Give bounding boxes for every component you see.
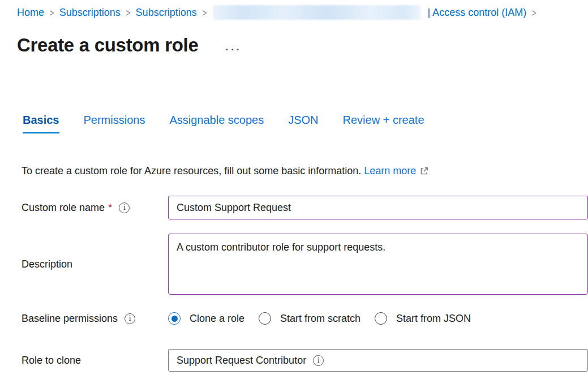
description-textarea[interactable]: A custom contributor role for support re… bbox=[168, 234, 588, 295]
tab-json[interactable]: JSON bbox=[288, 114, 318, 133]
custom-role-name-input[interactable] bbox=[168, 196, 588, 219]
role-to-clone-row: Role to clone Support Request Contributo… bbox=[22, 349, 588, 372]
radio-clone-a-role-label: Clone a role bbox=[190, 313, 244, 325]
role-to-clone-field[interactable]: Support Request Contributor i bbox=[168, 349, 588, 372]
breadcrumb-subscriptions-2[interactable]: Subscriptions bbox=[136, 7, 197, 19]
external-link-icon bbox=[419, 166, 429, 176]
role-to-clone-label: Role to clone bbox=[22, 355, 81, 367]
custom-role-name-label: Custom role name bbox=[22, 202, 105, 214]
title-row: Create a custom role ··· bbox=[17, 33, 588, 57]
page-title: Create a custom role bbox=[17, 33, 198, 57]
radio-start-from-scratch[interactable]: Start from scratch bbox=[259, 312, 360, 325]
info-icon[interactable]: i bbox=[125, 313, 135, 324]
radio-button-icon bbox=[259, 312, 271, 325]
role-to-clone-value: Support Request Contributor bbox=[177, 355, 306, 367]
redacted-subscription-name bbox=[213, 5, 421, 20]
role-to-clone-label-group: Role to clone bbox=[22, 355, 168, 367]
info-icon[interactable]: i bbox=[313, 355, 324, 366]
intro-paragraph: To create a custom role for Azure resour… bbox=[22, 165, 588, 177]
learn-more-link[interactable]: Learn more bbox=[364, 165, 416, 177]
chevron-right-icon: > bbox=[49, 7, 54, 19]
create-custom-role-page: Home > Subscriptions > Subscriptions > |… bbox=[0, 0, 588, 388]
radio-button-icon bbox=[375, 312, 387, 325]
baseline-permissions-row: Baseline permissions i Clone a role Star… bbox=[22, 312, 588, 325]
chevron-right-icon: > bbox=[532, 7, 537, 19]
radio-start-from-json[interactable]: Start from JSON bbox=[375, 312, 471, 325]
baseline-permissions-label: Baseline permissions bbox=[22, 313, 118, 325]
custom-role-name-label-group: Custom role name * i bbox=[22, 201, 168, 214]
baseline-permissions-label-group: Baseline permissions i bbox=[22, 313, 168, 325]
radio-button-icon bbox=[168, 312, 181, 325]
baseline-permissions-radio-group: Clone a role Start from scratch Start fr… bbox=[168, 312, 471, 325]
tab-basics[interactable]: Basics bbox=[23, 114, 59, 133]
breadcrumb: Home > Subscriptions > Subscriptions > |… bbox=[17, 5, 588, 20]
breadcrumb-subscriptions-1[interactable]: Subscriptions bbox=[59, 7, 121, 19]
radio-clone-a-role[interactable]: Clone a role bbox=[168, 312, 244, 325]
tab-bar: Basics Permissions Assignable scopes JSO… bbox=[23, 114, 588, 133]
description-label-group: Description bbox=[22, 258, 168, 270]
chevron-right-icon: > bbox=[202, 7, 207, 19]
tab-permissions[interactable]: Permissions bbox=[84, 114, 145, 133]
breadcrumb-home[interactable]: Home bbox=[17, 7, 44, 19]
required-asterisk: * bbox=[108, 201, 112, 214]
breadcrumb-access-control-iam[interactable]: | Access control (IAM) bbox=[427, 7, 526, 19]
tab-assignable-scopes[interactable]: Assignable scopes bbox=[169, 114, 264, 133]
chevron-right-icon: > bbox=[126, 7, 130, 19]
more-options-button[interactable]: ··· bbox=[224, 47, 243, 57]
radio-start-from-json-label: Start from JSON bbox=[396, 313, 471, 325]
tab-review-create[interactable]: Review + create bbox=[343, 114, 424, 133]
description-row: Description A custom contributor role fo… bbox=[22, 234, 588, 295]
intro-text: To create a custom role for Azure resour… bbox=[22, 165, 361, 177]
custom-role-name-row: Custom role name * i bbox=[22, 196, 588, 219]
description-label: Description bbox=[22, 258, 72, 270]
radio-start-from-scratch-label: Start from scratch bbox=[280, 313, 360, 325]
info-icon[interactable]: i bbox=[119, 202, 130, 213]
